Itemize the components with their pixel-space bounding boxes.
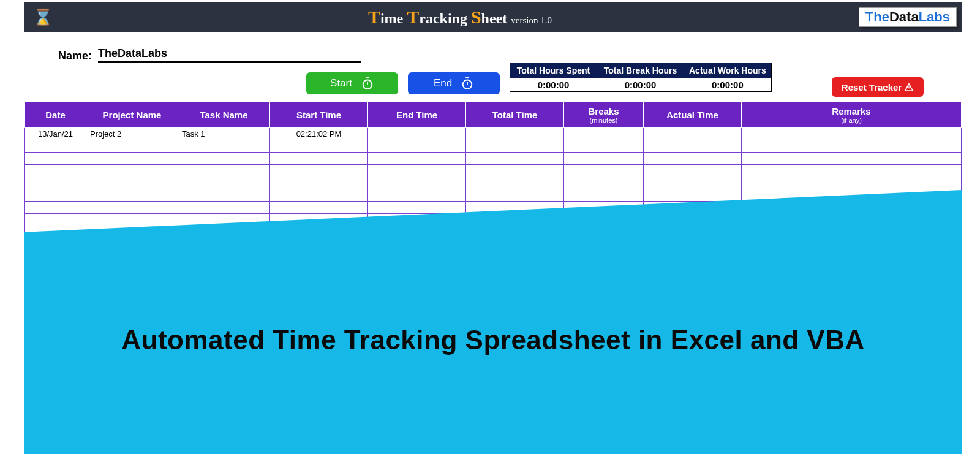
- cell-actual[interactable]: [644, 189, 742, 202]
- end-button[interactable]: End: [408, 72, 500, 94]
- cell-start[interactable]: [270, 140, 368, 153]
- cell-breaks[interactable]: [564, 140, 644, 153]
- cell-date[interactable]: 13/Jan/21: [25, 128, 86, 140]
- cell-project[interactable]: [86, 177, 178, 189]
- warning-icon: [904, 82, 914, 92]
- cell-start[interactable]: [270, 189, 368, 202]
- cell-end[interactable]: [368, 177, 466, 189]
- cell-date[interactable]: [25, 177, 86, 189]
- cell-total[interactable]: [466, 165, 564, 177]
- cell-breaks[interactable]: [564, 153, 644, 165]
- col-end: End Time: [368, 102, 466, 128]
- cell-date[interactable]: [25, 165, 86, 177]
- cell-date[interactable]: [25, 153, 86, 165]
- cell-date[interactable]: [25, 214, 86, 226]
- col-project: Project Name: [86, 102, 178, 128]
- controls-row: Start End Total Hours Spent Total Break …: [24, 63, 962, 102]
- stopwatch-icon: [461, 77, 474, 90]
- cell-project[interactable]: [86, 165, 178, 177]
- cell-end[interactable]: [368, 140, 466, 153]
- summary-table: Total Hours Spent Total Break Hours Actu…: [510, 63, 772, 92]
- cell-total[interactable]: [466, 189, 564, 202]
- cell-actual[interactable]: [644, 165, 742, 177]
- cell-end[interactable]: [368, 165, 466, 177]
- promo-banner: Automated Time Tracking Spreadsheet in E…: [24, 190, 962, 454]
- cell-project[interactable]: Project 2: [86, 128, 178, 140]
- summary-header: Total Hours Spent: [510, 63, 597, 78]
- svg-point-1: [463, 80, 472, 89]
- cell-remarks[interactable]: [742, 177, 962, 189]
- grid-header-row: Date Project Name Task Name Start Time E…: [25, 102, 962, 128]
- summary-value: 0:00:00: [597, 78, 684, 92]
- cell-start[interactable]: 02:21:02 PM: [270, 128, 368, 140]
- cell-date[interactable]: [25, 140, 86, 153]
- cell-start[interactable]: [270, 177, 368, 189]
- promo-text: Automated Time Tracking Spreadsheet in E…: [121, 288, 865, 355]
- cell-total[interactable]: [466, 140, 564, 153]
- col-actual: Actual Time: [644, 102, 742, 128]
- table-row[interactable]: [25, 140, 962, 153]
- cell-breaks[interactable]: [564, 165, 644, 177]
- summary-value: 0:00:00: [684, 78, 772, 92]
- cell-total[interactable]: [466, 153, 564, 165]
- cell-task[interactable]: [178, 153, 270, 165]
- cell-remarks[interactable]: [742, 153, 962, 165]
- table-row[interactable]: [25, 165, 962, 177]
- reset-button[interactable]: Reset Tracker: [832, 77, 924, 97]
- title-bar: ⌛ Time Tracking Sheet version 1.0 TheDat…: [24, 2, 962, 32]
- cell-breaks[interactable]: [564, 177, 644, 189]
- name-label: Name:: [58, 50, 92, 63]
- col-start: Start Time: [270, 102, 368, 128]
- cell-task[interactable]: [178, 140, 270, 153]
- cell-actual[interactable]: [644, 140, 742, 153]
- cell-total[interactable]: [466, 128, 564, 140]
- name-row: Name: TheDataLabs: [24, 32, 962, 63]
- cell-project[interactable]: [86, 202, 178, 214]
- title-letter: T: [368, 7, 380, 27]
- cell-total[interactable]: [466, 177, 564, 189]
- cell-breaks[interactable]: [564, 128, 644, 140]
- hourglass-icon: ⌛: [24, 8, 61, 27]
- cell-date[interactable]: [25, 202, 86, 214]
- cell-task[interactable]: [178, 202, 270, 214]
- col-date: Date: [25, 102, 86, 128]
- summary-value: 0:00:00: [510, 78, 597, 92]
- col-task: Task Name: [178, 102, 270, 128]
- cell-remarks[interactable]: [742, 128, 962, 140]
- cell-actual[interactable]: [644, 153, 742, 165]
- cell-end[interactable]: [368, 128, 466, 140]
- cell-breaks[interactable]: [564, 189, 644, 202]
- cell-project[interactable]: [86, 140, 178, 153]
- cell-start[interactable]: [270, 165, 368, 177]
- cell-end[interactable]: [368, 189, 466, 202]
- cell-project[interactable]: [86, 189, 178, 202]
- cell-task[interactable]: Task 1: [178, 128, 270, 140]
- cell-task[interactable]: [178, 165, 270, 177]
- cell-project[interactable]: [86, 214, 178, 226]
- col-total: Total Time: [466, 102, 564, 128]
- svg-point-0: [363, 80, 372, 89]
- cell-remarks[interactable]: [742, 165, 962, 177]
- cell-end[interactable]: [368, 202, 466, 214]
- col-breaks: Breaks(minutes): [564, 102, 644, 128]
- table-row[interactable]: [25, 153, 962, 165]
- table-row[interactable]: 13/Jan/21Project 2Task 102:21:02 PM: [25, 128, 962, 140]
- cell-actual[interactable]: [644, 128, 742, 140]
- col-remarks: Remarks(if any): [742, 102, 962, 128]
- cell-actual[interactable]: [644, 177, 742, 189]
- cell-start[interactable]: [270, 202, 368, 214]
- summary-header: Total Break Hours: [597, 63, 684, 78]
- start-button[interactable]: Start: [306, 72, 398, 94]
- table-row[interactable]: [25, 177, 962, 189]
- summary-header: Actual Work Hours: [684, 63, 772, 78]
- cell-task[interactable]: [178, 189, 270, 202]
- logo: TheDataLabs: [859, 7, 957, 27]
- name-field[interactable]: TheDataLabs: [98, 47, 361, 63]
- cell-end[interactable]: [368, 153, 466, 165]
- cell-start[interactable]: [270, 153, 368, 165]
- cell-date[interactable]: [25, 189, 86, 202]
- cell-task[interactable]: [178, 177, 270, 189]
- cell-remarks[interactable]: [742, 140, 962, 153]
- cell-project[interactable]: [86, 153, 178, 165]
- app-title: Time Tracking Sheet version 1.0: [61, 7, 859, 28]
